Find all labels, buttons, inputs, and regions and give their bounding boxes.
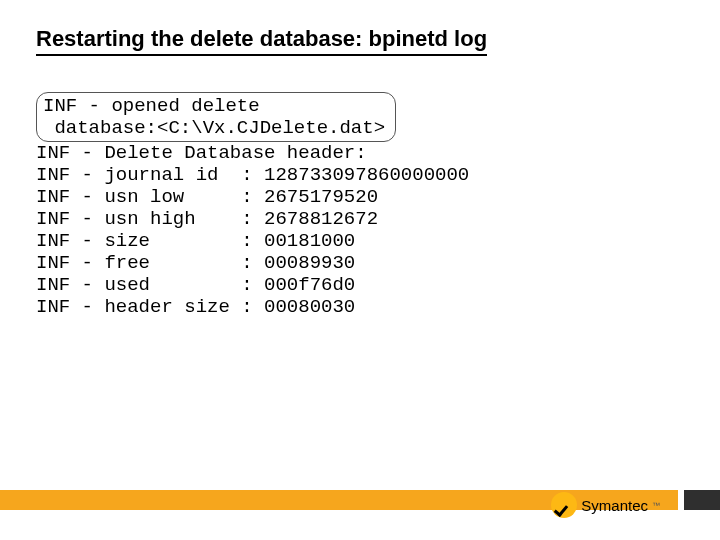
check-icon — [551, 492, 577, 518]
log-block: INF - opened delete database:<C:\Vx.CJDe… — [36, 92, 684, 318]
log-line: INF - free : 00089930 — [36, 252, 684, 274]
log-highlight: INF - opened delete database:<C:\Vx.CJDe… — [36, 92, 396, 142]
log-line: INF - Delete Database header: — [36, 142, 684, 164]
slide-root: Restarting the delete database: bpinetd … — [0, 0, 720, 540]
log-line: INF - journal id : 128733097860000000 — [36, 164, 684, 186]
brand-logo: Symantec ™ — [551, 492, 660, 518]
log-line: INF - header size : 00080030 — [36, 296, 684, 318]
log-line: INF - usn low : 2675179520 — [36, 186, 684, 208]
log-line: INF - usn high : 2678812672 — [36, 208, 684, 230]
page-title: Restarting the delete database: bpinetd … — [36, 26, 487, 56]
brand-trademark: ™ — [652, 501, 660, 510]
brand-text: Symantec — [581, 497, 648, 514]
footer-bar-dark — [684, 490, 720, 510]
log-line: INF - size : 00181000 — [36, 230, 684, 252]
log-line: INF - used : 000f76d0 — [36, 274, 684, 296]
